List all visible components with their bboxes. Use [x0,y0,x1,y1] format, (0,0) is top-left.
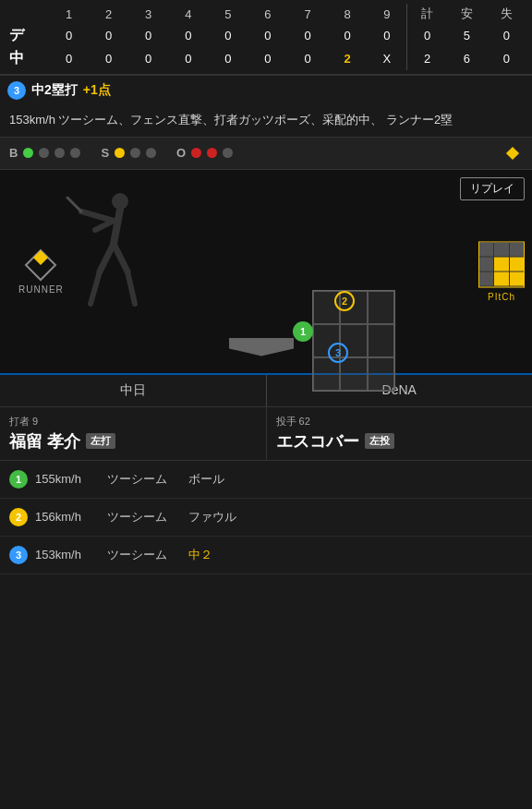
dena-total: 0 [407,24,447,47]
chunichi-total: 2 [407,47,447,70]
svg-line-4 [114,210,120,244]
pitch-cell-2 [494,242,508,256]
chunichi-score-6: 0 [248,47,287,70]
dena-score-6: 0 [248,24,287,47]
dena-errors: 0 [487,24,526,47]
dena-score-5: 0 [208,24,248,47]
svg-marker-2 [33,250,48,265]
chunichi-score-8: 2 [328,47,368,70]
pitch-summary-plus: +1点 [83,82,111,99]
svg-line-8 [127,272,135,304]
pitch-grid [478,241,525,287]
svg-line-7 [114,244,127,272]
pitch-log: 1155km/hツーシームボール2156km/hツーシームファウル3153km/… [0,461,532,574]
dena-score-4: 0 [168,24,208,47]
pitch-log-speed-1: 155km/h [35,472,100,486]
b-dot-3 [54,148,65,158]
dena-score-9: 0 [368,24,407,47]
sz-cell-8 [340,357,367,391]
pitcher-handedness: 左投 [365,433,394,449]
bso-bar: B S O [0,138,532,170]
chunichi-errors: 0 [487,47,526,70]
team-name-chunichi: 中 [6,47,49,70]
pitch-marker-3: 3 [328,343,348,363]
team-left: 中日 [0,375,267,406]
pitch-number-badge: 3 [7,81,26,100]
pitch-cell-5 [494,257,508,271]
pitch-log-badge-2: 2 [9,508,28,526]
pitch-log-badge-1: 1 [9,470,28,489]
pitch-log-type-1: ツーシーム [107,471,181,488]
o-dot-3 [223,148,233,158]
sz-cell-9 [368,357,394,391]
s-dot-3 [146,148,156,158]
pitch-marker-1: 1 [293,321,313,342]
dena-score-1: 0 [49,24,89,47]
svg-line-5 [100,244,114,272]
pitch-log-type-3: ツーシーム [107,547,181,563]
player-section: 打者 9 福留 孝介 左打 投手 62 エスコバー 左投 [0,407,532,461]
b-dot-1 [23,148,33,158]
s-dot-2 [130,148,140,158]
pitch-log-row-1: 1155km/hツーシームボール [0,461,532,499]
o-label: O [176,146,186,160]
dena-score-8: 0 [328,24,368,47]
pitch-label: PItCh [478,291,525,301]
team-name-dena: デ [6,24,49,47]
pitch-cell-6 [510,257,524,271]
pitch-summary-bar: 3 中2塁打 +1点 [0,75,532,105]
batter-name: 福留 孝介 左打 [9,430,257,453]
batter-info: 打者 9 福留 孝介 左打 [0,407,267,460]
pitch-summary-text: 中2塁打 [31,82,78,99]
pitcher-info: 投手 62 エスコバー 左投 [267,407,533,460]
svg-line-6 [91,272,100,304]
chunichi-hits: 6 [447,47,487,70]
dena-score-2: 0 [89,24,128,47]
chunichi-score-9: X [368,47,407,70]
chunichi-score-2: 0 [89,47,128,70]
team-right: DeNA [267,375,533,406]
pitch-log-result-1: ボール [188,471,224,488]
o-dot-2 [207,148,217,158]
dena-score-7: 0 [287,24,327,47]
batter-area: 2 1 3 [127,179,405,364]
chunichi-score-3: 0 [128,47,168,70]
description-box: 153km/h ツーシーム、フェンス直撃、打者ガッツポーズ、采配的中、 ランナー… [0,105,532,138]
pitch-log-row-2: 2156km/hツーシームファウル [0,499,532,537]
s-dot-1 [115,148,125,158]
svg-line-10 [95,221,114,230]
home-plate [229,338,294,356]
runner-diamond-icon [24,248,57,282]
sz-cell-3 [368,291,394,324]
field-area: リプレイ RUNNER [0,170,532,373]
runner-label: RUNNER [18,284,64,295]
pitcher-name: エスコバー 左投 [276,430,524,453]
pitch-marker-2: 2 [334,291,355,311]
team-divider: 中日 DeNA [0,373,532,407]
pitch-cell-3 [510,242,524,256]
pitch-cell-8 [494,272,508,286]
pitch-log-result-2: ファウル [188,509,236,525]
chunichi-score-1: 0 [49,47,89,70]
chunichi-score-7: 0 [287,47,327,70]
pitcher-label-number: 投手 62 [276,415,524,429]
b-label: B [9,146,18,160]
runner-icon: RUNNER [18,248,64,295]
batter-silhouette [63,188,146,308]
batter-handedness: 左打 [86,433,115,449]
dena-score-3: 0 [128,24,168,47]
scoreboard: 123456789 計安失 デ 0 0 0 0 0 0 0 0 0 0 5 0 … [0,0,532,75]
pitch-log-result-3: 中２ [188,547,212,563]
replay-button[interactable]: リプレイ [460,177,525,200]
pitch-log-type-2: ツーシーム [107,509,181,525]
svg-line-11 [67,198,81,211]
svg-rect-0 [506,146,519,159]
dena-hits: 5 [447,24,487,47]
pitch-cell-9 [510,272,524,286]
chunichi-score-5: 0 [208,47,248,70]
pitch-cell-1 [479,242,493,256]
b-dot-2 [39,148,49,158]
pitch-cell-7 [479,272,493,286]
pitch-log-badge-3: 3 [9,546,28,564]
pitch-log-row-3: 3153km/hツーシーム中２ [0,537,532,574]
